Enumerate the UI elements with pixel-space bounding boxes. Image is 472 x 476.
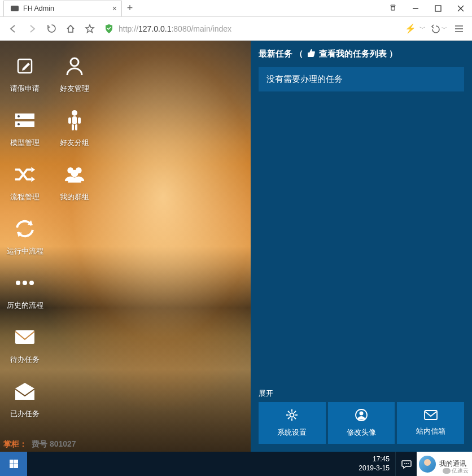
sys-settings-button[interactable]: 系统设置 bbox=[259, 402, 326, 444]
action-buttons: 系统设置 修改头像 站内信箱 bbox=[259, 402, 464, 444]
window-controls bbox=[382, 0, 472, 17]
start-button[interactable] bbox=[0, 452, 27, 476]
contact-widget[interactable]: 我的通讯 亿速云 bbox=[417, 452, 472, 476]
url-port: :8080 bbox=[171, 24, 191, 33]
clock-time: 17:45 bbox=[359, 455, 390, 464]
shuffle-icon bbox=[14, 164, 36, 185]
windows-icon bbox=[10, 460, 18, 468]
mail-icon bbox=[14, 326, 36, 348]
url-scheme: http:// bbox=[119, 24, 138, 33]
tile-flow-mgmt[interactable]: 流程管理 bbox=[0, 158, 50, 212]
tile-todo-tasks[interactable]: 待办任务 bbox=[0, 321, 50, 375]
undo-nav-button[interactable]: ﹀ bbox=[428, 20, 448, 37]
tile-friend-mgmt[interactable]: 好友管理 bbox=[50, 50, 99, 104]
minimize-button[interactable] bbox=[404, 0, 427, 17]
svg-rect-15 bbox=[68, 117, 71, 124]
svg-point-13 bbox=[72, 110, 77, 116]
url-host: 127.0.0.1 bbox=[138, 24, 171, 33]
forward-button[interactable] bbox=[24, 20, 41, 37]
svg-rect-17 bbox=[72, 124, 74, 130]
browser-tab[interactable]: FH Admin × bbox=[3, 1, 122, 16]
svg-point-11 bbox=[18, 115, 20, 117]
svg-point-38 bbox=[404, 463, 405, 464]
tile-my-groups[interactable]: 我的群组 bbox=[50, 158, 99, 212]
menu-button[interactable] bbox=[451, 20, 467, 37]
tile-friend-group[interactable]: 好友分组 bbox=[50, 104, 99, 158]
person-icon bbox=[64, 110, 85, 131]
url-field[interactable]: http:// 127.0.0.1 :8080 /main/index bbox=[100, 24, 403, 33]
new-tab-button[interactable]: + bbox=[122, 1, 138, 16]
thumbs-up-icon bbox=[307, 49, 316, 59]
inbox-button[interactable]: 站内信箱 bbox=[397, 402, 464, 444]
clock-date: 2019-3-15 bbox=[359, 464, 390, 473]
chat-tray-icon[interactable] bbox=[395, 452, 417, 476]
tile-label: 请假申请 bbox=[10, 84, 40, 94]
avatar-icon bbox=[355, 409, 368, 423]
svg-point-22 bbox=[16, 281, 20, 285]
refresh-button[interactable] bbox=[43, 20, 60, 37]
gear-icon bbox=[286, 409, 298, 423]
tile-label: 好友管理 bbox=[60, 84, 89, 94]
svg-point-12 bbox=[18, 123, 20, 125]
avatar bbox=[419, 456, 436, 473]
svg-point-21 bbox=[71, 170, 78, 177]
maximize-button[interactable] bbox=[427, 0, 449, 17]
no-task-banner: 没有需要办理的任务 bbox=[259, 67, 464, 91]
tile-label: 运行中流程 bbox=[7, 246, 43, 256]
tile-label: 好友分组 bbox=[60, 138, 89, 148]
tile-model-mgmt[interactable]: 模型管理 bbox=[0, 104, 50, 158]
home-button[interactable] bbox=[62, 20, 79, 37]
window-titlebar: FH Admin × + bbox=[0, 0, 472, 17]
tile-leave-apply[interactable]: 请假申请 bbox=[0, 50, 50, 104]
tile-history-flow[interactable]: 历史的流程 bbox=[0, 267, 50, 321]
task-heading: 最新任务 （ 查看我的任务列表 ） bbox=[259, 49, 464, 59]
change-avatar-button[interactable]: 修改头像 bbox=[328, 402, 395, 444]
address-bar: http:// 127.0.0.1 :8080 /main/index ⚡ ﹀ … bbox=[0, 17, 472, 41]
svg-rect-16 bbox=[78, 117, 81, 124]
pin-window-button[interactable] bbox=[382, 0, 404, 17]
tile-label: 历史的流程 bbox=[7, 300, 43, 311]
right-pane: 最新任务 （ 查看我的任务列表 ） 没有需要办理的任务 展开 系统设置 修改头像… bbox=[251, 41, 472, 452]
server-icon bbox=[14, 110, 36, 131]
svg-line-33 bbox=[294, 411, 296, 413]
tile-label: 已办任务 bbox=[10, 409, 40, 419]
svg-rect-37 bbox=[425, 411, 437, 420]
brand-logo: 亿速云 bbox=[443, 467, 469, 475]
speed-chevron-icon[interactable]: ﹀ bbox=[419, 24, 426, 33]
svg-rect-1 bbox=[435, 6, 441, 11]
main-content: 请假申请 好友管理 模型管理 好友分组 bbox=[0, 41, 472, 452]
svg-rect-18 bbox=[75, 124, 77, 130]
mail-open-icon bbox=[14, 381, 36, 402]
clock[interactable]: 17:45 2019-3-15 bbox=[353, 455, 395, 473]
tile-label: 模型管理 bbox=[10, 138, 40, 148]
back-button[interactable] bbox=[5, 20, 21, 37]
tile-done-tasks[interactable]: 已办任务 bbox=[0, 375, 50, 429]
svg-rect-25 bbox=[15, 330, 34, 344]
button-label: 站内信箱 bbox=[416, 426, 445, 436]
taskbar: 17:45 2019-3-15 我的通讯 亿速云 bbox=[0, 452, 472, 476]
envelope-icon bbox=[424, 410, 438, 422]
close-tab-icon[interactable]: × bbox=[112, 4, 117, 13]
svg-point-8 bbox=[71, 58, 78, 66]
button-label: 修改头像 bbox=[347, 427, 376, 438]
url-path: /main/index bbox=[191, 24, 231, 33]
svg-point-23 bbox=[23, 281, 27, 285]
tile-label: 我的群组 bbox=[60, 192, 89, 202]
svg-rect-14 bbox=[72, 116, 77, 124]
tile-label: 流程管理 bbox=[10, 192, 40, 202]
tile-running-flow[interactable]: 运行中流程 bbox=[0, 212, 50, 267]
svg-point-36 bbox=[360, 411, 364, 415]
expand-label[interactable]: 展开 bbox=[259, 388, 464, 399]
svg-point-26 bbox=[290, 413, 294, 417]
favorite-button[interactable] bbox=[81, 20, 98, 37]
ellipsis-icon bbox=[14, 272, 36, 294]
svg-line-32 bbox=[294, 417, 296, 419]
user-icon bbox=[64, 55, 85, 77]
svg-point-39 bbox=[406, 463, 407, 464]
tile-grid: 请假申请 好友管理 模型管理 好友分组 bbox=[0, 41, 251, 429]
close-window-button[interactable] bbox=[449, 0, 472, 17]
sync-icon bbox=[14, 218, 36, 239]
left-pane: 请假申请 好友管理 模型管理 好友分组 bbox=[0, 41, 251, 452]
tab-title: FH Admin bbox=[23, 5, 54, 12]
speed-icon[interactable]: ⚡ bbox=[405, 23, 416, 34]
